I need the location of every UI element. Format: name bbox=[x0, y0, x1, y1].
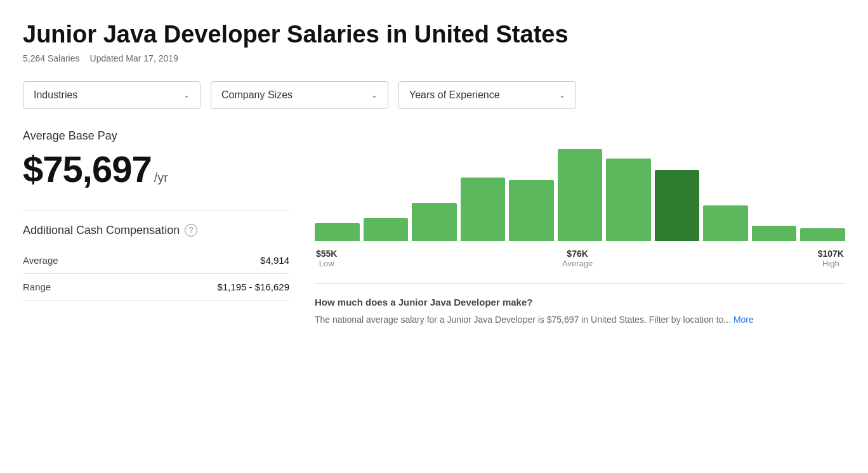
filter-dropdown-years-of-experience[interactable]: Years of Experience⌄ bbox=[398, 81, 576, 109]
left-panel: Average Base Pay $75,697 /yr Additional … bbox=[23, 129, 289, 301]
filter-dropdown-industries[interactable]: Industries⌄ bbox=[23, 81, 201, 109]
updated-date: Updated Mar 17, 2019 bbox=[90, 53, 178, 63]
right-panel: $55KLow$76KAverage$107KHigh How much doe… bbox=[315, 129, 845, 327]
salary-amount: $75,697 bbox=[23, 148, 152, 190]
chart-label-group: $55KLow bbox=[316, 249, 337, 268]
bar-10 bbox=[800, 228, 845, 241]
bar-9 bbox=[752, 226, 797, 241]
comp-row-value: $1,195 - $16,629 bbox=[218, 282, 289, 292]
salary-display: $75,697 /yr bbox=[23, 148, 289, 190]
chart-label-text: Low bbox=[316, 259, 337, 268]
bar-4 bbox=[509, 180, 554, 241]
filters-row: Industries⌄Company Sizes⌄Years of Experi… bbox=[23, 81, 845, 109]
more-link[interactable]: More bbox=[733, 314, 754, 325]
chart-label-text: Average bbox=[562, 259, 593, 268]
description-title: How much does a Junior Java Developer ma… bbox=[315, 297, 845, 308]
comp-rows: Average$4,914Range$1,195 - $16,629 bbox=[23, 247, 289, 301]
additional-comp-section: Additional Cash Compensation ? Average$4… bbox=[23, 211, 289, 301]
chevron-icon-years-of-experience: ⌄ bbox=[559, 91, 565, 100]
additional-comp-title: Additional Cash Compensation ? bbox=[23, 224, 289, 237]
description-body: The national average salary for a Junior… bbox=[315, 314, 731, 325]
bar-7 bbox=[655, 170, 700, 241]
bar-chart: $55KLow$76KAverage$107KHigh bbox=[315, 129, 845, 268]
chevron-icon-company-sizes: ⌄ bbox=[371, 91, 378, 100]
page-subtitle: 5,264 Salaries Updated Mar 17, 2019 bbox=[23, 53, 845, 63]
chevron-icon-industries: ⌄ bbox=[183, 91, 190, 100]
bar-0 bbox=[315, 223, 360, 241]
comp-row-value: $4,914 bbox=[260, 255, 289, 266]
comp-row-label: Range bbox=[23, 282, 51, 292]
bar-1 bbox=[364, 218, 409, 241]
chart-label-amount: $76K bbox=[562, 249, 593, 259]
chart-labels: $55KLow$76KAverage$107KHigh bbox=[315, 249, 845, 268]
page-title: Junior Java Developer Salaries in United… bbox=[23, 20, 845, 49]
filter-label-years-of-experience: Years of Experience bbox=[409, 89, 500, 101]
chart-label-text: High bbox=[818, 259, 844, 268]
chart-label-group: $107KHigh bbox=[818, 249, 844, 268]
bar-3 bbox=[461, 178, 506, 241]
comp-row: Average$4,914 bbox=[23, 247, 289, 274]
comp-row: Range$1,195 - $16,629 bbox=[23, 274, 289, 301]
chart-label-group: $76KAverage bbox=[562, 249, 593, 268]
main-content: Average Base Pay $75,697 /yr Additional … bbox=[23, 129, 845, 327]
avg-base-pay-label: Average Base Pay bbox=[23, 129, 289, 143]
bar-2 bbox=[412, 203, 457, 241]
bars-wrapper bbox=[315, 129, 845, 243]
filter-dropdown-company-sizes[interactable]: Company Sizes⌄ bbox=[211, 81, 388, 109]
filter-label-company-sizes: Company Sizes bbox=[221, 89, 293, 101]
chart-label-amount: $55K bbox=[316, 249, 337, 259]
additional-comp-label: Additional Cash Compensation bbox=[23, 224, 180, 237]
salaries-count: 5,264 Salaries bbox=[23, 53, 80, 63]
comp-row-label: Average bbox=[23, 255, 58, 266]
help-icon[interactable]: ? bbox=[185, 224, 197, 236]
bar-8 bbox=[703, 205, 748, 241]
salary-period: /yr bbox=[154, 171, 168, 185]
description-text: The national average salary for a Junior… bbox=[315, 313, 845, 327]
bar-6 bbox=[606, 159, 651, 241]
filter-label-industries: Industries bbox=[34, 89, 77, 101]
chart-label-amount: $107K bbox=[818, 249, 844, 259]
description-section: How much does a Junior Java Developer ma… bbox=[315, 283, 845, 327]
bar-5 bbox=[558, 149, 603, 241]
